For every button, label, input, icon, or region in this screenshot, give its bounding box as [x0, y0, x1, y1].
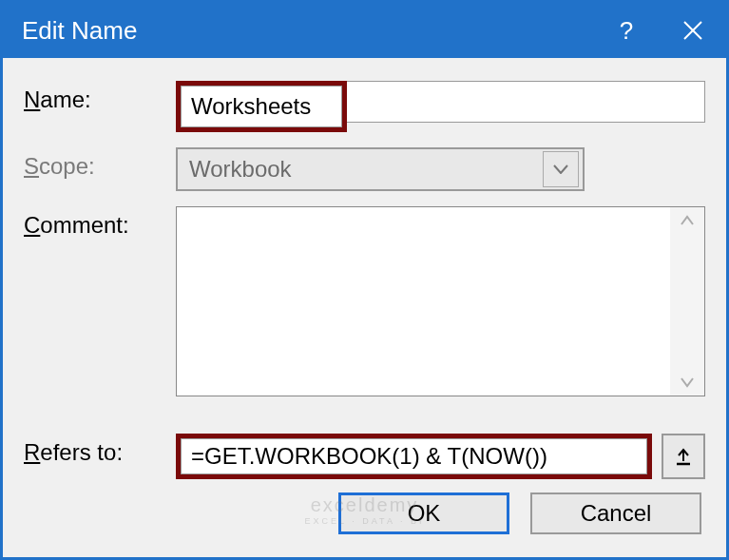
dialog-title: Edit Name [22, 16, 593, 46]
scope-label: Scope: [24, 147, 176, 180]
refers-wrap [176, 434, 705, 479]
refers-label: Refers to: [24, 434, 176, 466]
close-button[interactable] [660, 3, 726, 58]
refers-highlight [176, 434, 652, 479]
titlebar: Edit Name ? [3, 3, 726, 58]
refers-input[interactable] [181, 438, 647, 474]
name-highlight [176, 81, 347, 132]
scroll-down-icon [680, 377, 695, 388]
refers-row: Refers to: [24, 434, 705, 479]
scope-row: Scope: Workbook [24, 147, 705, 191]
edit-name-dialog: Edit Name ? Name: Scope: Workbook [0, 0, 729, 560]
name-label: Name: [24, 81, 176, 113]
close-icon [682, 20, 703, 41]
scroll-up-icon [680, 215, 695, 226]
chevron-down-icon [553, 164, 568, 174]
name-input[interactable] [181, 86, 342, 127]
comment-row: Comment: [24, 206, 705, 415]
name-input-extension[interactable] [347, 81, 705, 123]
cancel-label: Cancel [581, 500, 652, 527]
help-button[interactable]: ? [593, 3, 660, 58]
comment-input[interactable] [177, 207, 670, 396]
collapse-dialog-button[interactable] [662, 434, 705, 479]
dialog-body: Name: Scope: Workbook Comment: [3, 58, 726, 557]
dialog-footer: OK Cancel [24, 492, 705, 542]
cancel-button[interactable]: Cancel [530, 492, 701, 534]
comment-label-rest: omment: [40, 212, 128, 238]
collapse-icon [674, 447, 693, 466]
ok-label: OK [408, 500, 441, 527]
name-field-wrap [176, 81, 705, 132]
ok-button[interactable]: OK [338, 492, 509, 534]
scope-value: Workbook [189, 156, 543, 183]
comment-label: Comment: [24, 206, 176, 239]
comment-scrollbar[interactable] [670, 207, 704, 396]
comment-box [176, 206, 705, 396]
name-row: Name: [24, 81, 705, 132]
scope-select: Workbook [176, 147, 585, 191]
scope-dropdown-arrow [543, 151, 579, 187]
help-icon: ? [620, 16, 633, 46]
